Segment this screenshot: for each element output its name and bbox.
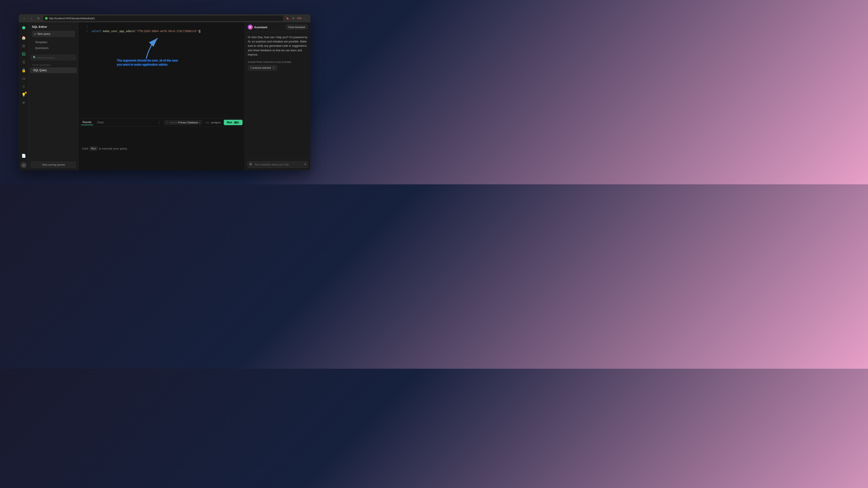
sidebar-item-edge-functions[interactable]	[20, 83, 27, 90]
left-panel-footer: View running queries	[29, 159, 78, 170]
search-placeholder: Search queries...	[37, 56, 56, 59]
source-selector[interactable]: ↻ source Primary Database ▾	[164, 120, 202, 125]
text-cursor	[199, 30, 200, 33]
assistant-greeting: Hi John Doe, how can I help you? I'm pow…	[248, 35, 308, 57]
role-value: postgres	[211, 121, 220, 124]
url-text: http://localhost:54323/project/default/s…	[49, 17, 95, 20]
sidebar-item-logs[interactable]	[20, 99, 27, 106]
hint-run-inline: Run	[90, 147, 97, 151]
paren-close: )	[198, 30, 199, 33]
app-logo[interactable]	[20, 24, 27, 31]
line-number-1: 1	[81, 24, 88, 29]
refresh-small-icon: ↻	[166, 121, 169, 124]
sidebar-icons: 🏠 ⊞ ☰ 🔒 🗂 💡	[19, 22, 29, 170]
advisors-badge	[25, 92, 27, 94]
assistant-footer	[245, 159, 310, 170]
app-container: 🏠 ⊞ ☰ 🔒 🗂 💡	[19, 22, 310, 170]
forward-button[interactable]: ›	[29, 15, 34, 21]
address-bar[interactable]: http://localhost:54323/project/default/s…	[43, 15, 283, 21]
svg-point-8	[250, 164, 251, 165]
bookmarks-icon[interactable]: 🔖	[285, 16, 290, 21]
svg-point-6	[250, 27, 251, 28]
keyword-select: select	[92, 30, 101, 33]
sidebar-item-sql-editor[interactable]	[20, 51, 27, 58]
sidebar-item-advisors[interactable]: 💡	[20, 91, 27, 98]
function-name: make_user_app_admin	[103, 30, 134, 33]
schema-section: Include these schemas in your prompts: 1…	[248, 61, 308, 71]
back-button[interactable]: ‹	[22, 15, 27, 21]
left-panel-title: SQL Editor	[32, 25, 75, 29]
ask-input[interactable]	[247, 161, 308, 168]
vpn-icon[interactable]: VPN	[297, 16, 302, 21]
extensions-icon[interactable]: ⚙	[291, 16, 296, 21]
svg-rect-2	[22, 103, 25, 103]
browser-titlebar: ‹ › ↻ http://localhost:54323/project/def…	[19, 14, 310, 22]
string-value: 'ff9c1b93-b8b4-4ef6-94c4-219c738661c9'	[135, 30, 198, 33]
close-assistant-button[interactable]: Close Assistant	[286, 25, 308, 30]
main-area: 1 2 select make_user_app_admin('ff9c1b93…	[79, 22, 245, 170]
browser-actions: 🔖 ⚙ VPN ⋮	[285, 16, 308, 21]
code-line-1: 1	[79, 24, 245, 29]
assistant-title-text: Assistant	[254, 26, 268, 29]
line-content-2: select make_user_app_admin('ff9c1b93-b8b…	[92, 29, 200, 33]
assistant-title: Assistant	[248, 25, 268, 30]
browser-window: ‹ › ↻ http://localhost:54323/project/def…	[19, 14, 310, 170]
right-panel: Assistant Close Assistant Hi John Doe, h…	[245, 22, 310, 170]
user-avatar[interactable]: ◎	[21, 162, 27, 168]
plus-icon: +	[34, 32, 36, 36]
quickstarts-nav-item[interactable]: Quickstarts	[32, 45, 75, 51]
results-more-button[interactable]: ⋮	[157, 120, 162, 125]
sidebar-item-database[interactable]: ☰	[20, 59, 27, 66]
svg-rect-3	[22, 103, 24, 104]
assistant-body: Hi John Doe, how can I help you? I'm pow…	[245, 32, 310, 159]
query-item-sql-query[interactable]: SQL Query	[30, 67, 77, 73]
sidebar-item-home[interactable]: 🏠	[20, 34, 27, 41]
results-toolbar: Results Chart ⋮ ↻ source Primary Databas…	[79, 119, 245, 127]
results-tab[interactable]: Results	[81, 120, 93, 125]
schema-chip-label: 1 schema selected	[250, 66, 271, 69]
view-running-button[interactable]: View running queries	[31, 162, 76, 168]
hint-prefix: Click	[82, 147, 88, 150]
send-icon[interactable]	[303, 163, 306, 166]
role-badge: role postgres	[204, 121, 222, 125]
assistant-icon	[248, 25, 253, 30]
run-button[interactable]: Run ⌘↵	[224, 120, 243, 125]
refresh-button[interactable]: ↻	[36, 15, 41, 21]
left-panel-header: SQL Editor + New query Templates Quickst…	[29, 22, 78, 53]
ask-input-wrapper	[247, 161, 308, 168]
your-queries-label: YOUR QUERIES	[29, 62, 78, 67]
run-shortcut: ⌘↵	[234, 121, 239, 124]
new-query-label: New query	[37, 32, 50, 35]
chevron-down-icon: ▾	[199, 121, 200, 124]
assistant-header: Assistant Close Assistant	[245, 22, 310, 32]
schema-prompt-label: Include these schemas in your prompts:	[248, 61, 308, 63]
sidebar-item-storage[interactable]: 🗂	[20, 75, 27, 82]
role-label: role	[205, 121, 209, 124]
menu-icon[interactable]: ⋮	[303, 16, 308, 21]
left-panel: SQL Editor + New query Templates Quickst…	[29, 22, 79, 170]
code-editor[interactable]: 1 2 select make_user_app_admin('ff9c1b93…	[79, 24, 245, 116]
templates-nav-item[interactable]: Templates	[32, 39, 75, 45]
chart-tab[interactable]: Chart	[95, 120, 105, 125]
source-label-text: source	[170, 121, 177, 124]
schema-info-icon[interactable]: ⓘ	[272, 66, 275, 70]
click-run-hint: Click Run to execute your query.	[82, 147, 128, 151]
sidebar-item-reports[interactable]: 📄	[20, 152, 27, 159]
results-panel: Results Chart ⋮ ↻ source Primary Databas…	[79, 118, 245, 170]
search-icon: 🔍	[33, 56, 36, 59]
favicon	[45, 17, 48, 20]
editor-area[interactable]: 1 2 select make_user_app_admin('ff9c1b93…	[79, 22, 245, 118]
ask-left-icon	[249, 163, 252, 166]
sidebar-item-auth[interactable]: 🔒	[20, 67, 27, 74]
schema-chip[interactable]: 1 schema selected ⓘ	[248, 65, 277, 71]
svg-rect-1	[22, 102, 25, 102]
source-name-text: Primary Database	[178, 121, 198, 124]
results-content: Click Run to execute your query.	[79, 127, 245, 170]
search-box[interactable]: 🔍 Search queries...	[31, 55, 76, 60]
code-line-2: 2 select make_user_app_admin('ff9c1b93-b…	[79, 29, 245, 34]
run-label: Run	[227, 121, 232, 124]
line-number-2: 2	[81, 29, 88, 33]
new-query-button[interactable]: + New query	[32, 31, 75, 37]
sidebar-item-table-editor[interactable]: ⊞	[20, 42, 27, 50]
hint-suffix: to execute your query.	[99, 147, 128, 150]
